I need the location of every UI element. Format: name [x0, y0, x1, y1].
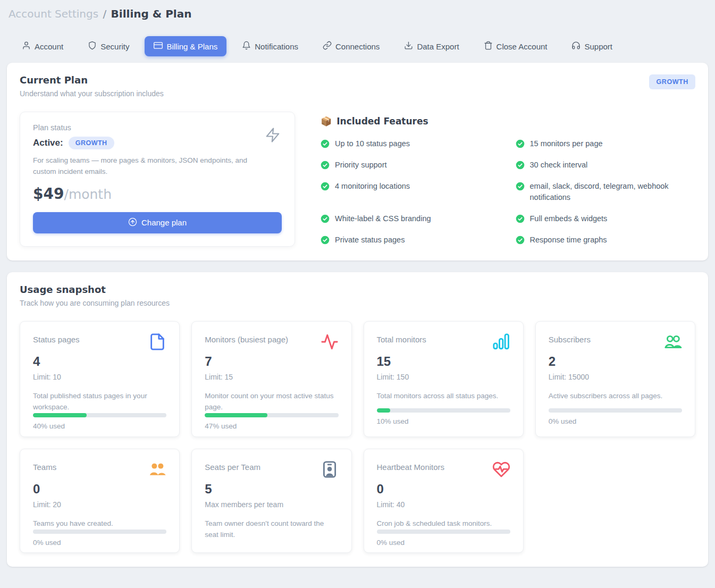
current-plan-title: Current Plan — [20, 74, 164, 86]
usage-description: Total monitors across all status pages. — [377, 391, 510, 402]
check-circle-icon — [516, 236, 525, 245]
file-icon — [148, 333, 166, 353]
plan-status-label: Plan status — [33, 123, 282, 132]
plan-status-value: Active: — [33, 138, 63, 148]
feature-item: Response time graphs — [516, 234, 691, 246]
progress-bar — [33, 413, 166, 417]
usage-limit: Limit: 20 — [33, 500, 166, 509]
usage-card-status-pages: Status pages 4 Limit: 10 Total published… — [20, 321, 180, 437]
usage-card-monitors-busiest: Monitors (busiest page) 7 Limit: 15 Moni… — [191, 321, 351, 437]
heart-pulse-icon — [492, 460, 510, 481]
credit-card-icon — [154, 41, 163, 52]
check-circle-icon — [321, 161, 330, 170]
feature-item: Full embeds & widgets — [516, 213, 691, 225]
tab-security[interactable]: Security — [79, 36, 138, 56]
lightning-icon — [265, 126, 281, 146]
usage-percent-label: 40% used — [33, 422, 166, 430]
page-title: Billing & Plan — [111, 7, 192, 20]
usage-card-seats-per-team: Seats per Team 5 Max members per team Te… — [191, 449, 351, 553]
arrow-up-circle-icon — [128, 217, 137, 228]
tab-notifications[interactable]: Notifications — [233, 36, 307, 56]
usage-percent-label: 0% used — [33, 539, 166, 547]
plan-description: For scaling teams — more pages & monitor… — [33, 155, 256, 178]
current-plan-subtitle: Understand what your subscription includ… — [20, 89, 164, 98]
tab-label: Data Export — [417, 42, 459, 51]
user-icon — [22, 41, 31, 52]
usage-description: Team owner doesn't count toward the seat… — [205, 518, 338, 541]
tab-label: Connections — [335, 42, 380, 51]
usage-percent-label: 0% used — [377, 539, 510, 547]
link-icon — [323, 41, 332, 52]
progress-bar — [33, 530, 166, 534]
usage-card-heartbeat-monitors: Heartbeat Monitors 0 Limit: 40 Cron job … — [364, 449, 524, 553]
usage-card-subscribers: Subscribers 2 Limit: 15000 Active subscr… — [535, 321, 695, 437]
usage-value: 4 — [33, 354, 166, 369]
tab-connections[interactable]: Connections — [314, 36, 389, 56]
headphones-icon — [571, 41, 581, 52]
feature-item: Private status pages — [321, 234, 496, 246]
feature-item: Up to 10 status pages — [321, 138, 496, 150]
progress-bar — [205, 413, 338, 417]
check-circle-icon — [516, 161, 525, 170]
progress-bar — [549, 408, 682, 413]
change-plan-label: Change plan — [141, 218, 187, 227]
usage-description: Active subscribers across all pages. — [549, 391, 682, 402]
feature-item: 15 monitors per page — [516, 138, 691, 150]
bell-icon — [242, 41, 251, 52]
usage-limit: Limit: 15000 — [549, 373, 682, 381]
feature-item: 4 monitoring locations — [321, 181, 496, 204]
breadcrumb-section: Account Settings — [9, 7, 98, 20]
users-filled-icon — [148, 460, 166, 481]
check-circle-icon — [321, 236, 330, 245]
settings-tab-bar: Account Security Billing & Plans Notific… — [13, 36, 715, 56]
price-amount: $49 — [33, 185, 64, 203]
usage-card-total-monitors: Total monitors 15 Limit: 150 Total monit… — [364, 321, 524, 437]
usage-limit: Limit: 15 — [205, 373, 338, 381]
check-circle-icon — [516, 214, 525, 223]
progress-bar — [377, 408, 510, 413]
tab-account[interactable]: Account — [13, 36, 72, 56]
usage-value: 0 — [377, 482, 510, 497]
trash-icon — [484, 41, 493, 52]
plan-price: $49/month — [33, 185, 282, 203]
feature-item: email, slack, discord, telegram, webhook… — [516, 181, 691, 204]
plan-status-card: Plan status Active: GROWTH For scaling t… — [20, 112, 295, 247]
tab-label: Close Account — [497, 42, 548, 51]
id-card-icon — [321, 460, 339, 481]
tab-billing-plans[interactable]: Billing & Plans — [145, 36, 226, 56]
usage-snapshot-panel: Usage snapshot Track how you are consumi… — [7, 272, 708, 567]
usage-value: 15 — [377, 354, 510, 369]
usage-title: Usage snapshot — [20, 284, 695, 295]
package-icon: 📦 — [321, 116, 332, 127]
change-plan-button[interactable]: Change plan — [33, 212, 282, 233]
current-plan-panel: Current Plan Understand what your subscr… — [7, 63, 708, 261]
usage-limit: Limit: 10 — [33, 373, 166, 381]
usage-percent-label: 0% used — [549, 417, 682, 425]
usage-description: Teams you have created. — [33, 518, 166, 530]
usage-limit: Limit: 150 — [377, 373, 510, 381]
progress-bar — [377, 530, 510, 534]
plan-name-badge: GROWTH — [69, 137, 114, 149]
feature-item: White-label & CSS branding — [321, 213, 496, 225]
features-title: Included Features — [337, 116, 428, 127]
check-circle-icon — [516, 182, 525, 191]
usage-limit: Limit: 40 — [377, 500, 510, 509]
tab-support[interactable]: Support — [562, 36, 621, 56]
usage-description: Cron job & scheduled task monitors. — [377, 518, 510, 530]
tab-data-export[interactable]: Data Export — [395, 36, 468, 56]
check-circle-icon — [516, 139, 525, 148]
usage-percent-label: 47% used — [205, 422, 338, 430]
feature-item: 30 check interval — [516, 159, 691, 171]
tab-close-account[interactable]: Close Account — [475, 36, 557, 56]
tab-label: Billing & Plans — [166, 42, 217, 51]
check-circle-icon — [321, 139, 330, 148]
activity-icon — [321, 333, 339, 353]
usage-percent-label: 10% used — [377, 417, 510, 425]
users-icon — [664, 333, 682, 353]
check-circle-icon — [321, 214, 330, 223]
price-period: /month — [64, 187, 112, 202]
included-features: 📦 Included Features Up to 10 status page… — [321, 112, 695, 247]
shield-icon — [88, 41, 97, 52]
usage-value: 0 — [33, 482, 166, 497]
tab-label: Account — [35, 42, 63, 51]
